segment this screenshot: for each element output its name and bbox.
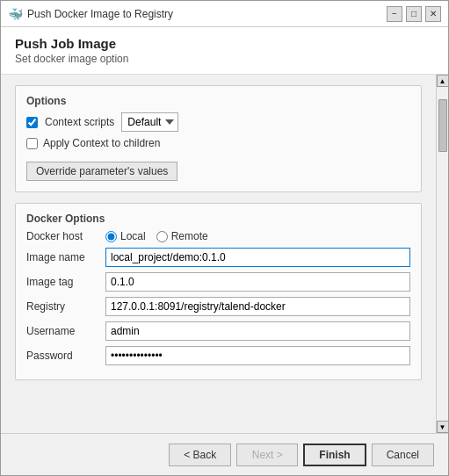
cancel-button[interactable]: Cancel [372, 444, 434, 466]
footer: < Back Next > Finish Cancel [1, 433, 448, 475]
close-button[interactable]: ✕ [425, 6, 441, 22]
password-label: Password [26, 350, 105, 362]
image-name-row: Image name [26, 248, 410, 267]
image-tag-row: Image tag [26, 272, 410, 292]
options-section: Options Context scripts Default Apply Co… [15, 85, 422, 192]
page-subtitle: Set docker image option [15, 53, 434, 65]
title-bar-controls: − □ ✕ [387, 6, 441, 22]
next-button[interactable]: Next > [236, 444, 298, 466]
password-row: Password [26, 346, 410, 365]
remote-radio[interactable] [156, 231, 168, 242]
image-tag-value [105, 272, 410, 292]
title-bar: 🐳 Push Docker Image to Registry − □ ✕ [1, 1, 448, 27]
registry-row: Registry [26, 297, 410, 316]
maximize-button[interactable]: □ [406, 6, 422, 22]
local-label[interactable]: Local [120, 230, 146, 242]
back-button[interactable]: < Back [169, 444, 231, 466]
window-title: Push Docker Image to Registry [27, 8, 387, 20]
scrollbar-thumb[interactable] [438, 99, 447, 152]
docker-host-value: Local Remote [105, 230, 410, 242]
minimize-button[interactable]: − [387, 6, 402, 22]
apply-context-row: Apply Context to children [26, 137, 410, 149]
override-button[interactable]: Override parameter's values [26, 162, 177, 181]
apply-context-label[interactable]: Apply Context to children [43, 137, 160, 149]
registry-value [105, 297, 410, 316]
registry-label: Registry [26, 300, 105, 313]
window: 🐳 Push Docker Image to Registry − □ ✕ Pu… [0, 0, 449, 476]
docker-host-row: Docker host Local Remote [26, 230, 410, 242]
username-input[interactable] [105, 321, 410, 341]
password-input[interactable] [105, 346, 410, 365]
image-name-input[interactable] [105, 248, 410, 267]
apply-context-checkbox[interactable] [26, 138, 38, 149]
finish-button[interactable]: Finish [303, 444, 366, 466]
docker-options-label: Docker Options [26, 213, 410, 225]
header: Push Job Image Set docker image option [1, 27, 448, 75]
docker-section: Docker Options Docker host Local Remote [15, 203, 422, 380]
local-radio-item: Local [105, 230, 146, 242]
image-tag-label: Image tag [26, 276, 105, 288]
password-value [105, 346, 410, 365]
local-radio[interactable] [105, 231, 117, 242]
docker-host-label: Docker host [26, 230, 105, 242]
context-scripts-label[interactable]: Context scripts [45, 116, 114, 128]
username-label: Username [26, 325, 105, 337]
scrollbar-up-arrow[interactable]: ▲ [437, 75, 449, 87]
scrollbar-down-arrow[interactable]: ▼ [437, 421, 449, 433]
scrollbar-track: ▲ ▼ [436, 75, 448, 433]
remote-label[interactable]: Remote [171, 230, 208, 242]
context-scripts-checkbox[interactable] [26, 117, 38, 128]
content-area: Options Context scripts Default Apply Co… [1, 75, 448, 433]
window-icon: 🐳 [8, 7, 22, 21]
context-scripts-row: Context scripts Default [26, 112, 410, 132]
image-tag-input[interactable] [105, 272, 410, 292]
username-row: Username [26, 321, 410, 341]
remote-radio-item: Remote [156, 230, 208, 242]
image-name-label: Image name [26, 251, 105, 263]
registry-input[interactable] [105, 297, 410, 316]
image-name-value [105, 248, 410, 267]
page-title: Push Job Image [15, 36, 434, 51]
username-value [105, 321, 410, 341]
options-label: Options [26, 95, 410, 107]
main-content: Options Context scripts Default Apply Co… [1, 75, 436, 433]
context-dropdown[interactable]: Default [121, 112, 178, 132]
